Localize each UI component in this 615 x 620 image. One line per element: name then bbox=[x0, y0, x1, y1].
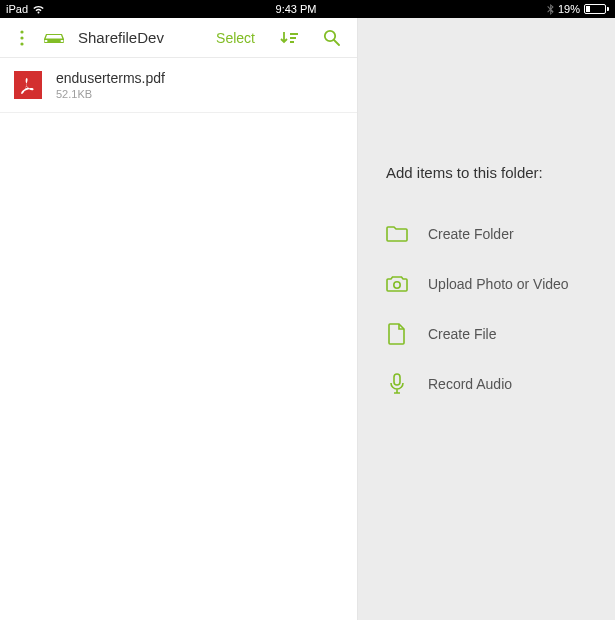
file-item[interactable]: enduserterms.pdf 52.1KB bbox=[0, 58, 357, 113]
action-label: Record Audio bbox=[428, 376, 512, 392]
file-meta: enduserterms.pdf 52.1KB bbox=[56, 70, 165, 100]
folder-title: SharefileDev bbox=[74, 29, 202, 46]
create-file-action[interactable]: Create File bbox=[358, 309, 615, 359]
pdf-icon bbox=[14, 71, 42, 99]
status-time: 9:43 PM bbox=[45, 3, 547, 15]
wifi-icon bbox=[32, 4, 45, 14]
select-button[interactable]: Select bbox=[210, 30, 261, 46]
app-body: SharefileDev Select enduserterms.pdf 52.… bbox=[0, 18, 615, 620]
svg-rect-6 bbox=[394, 374, 400, 385]
toolbar: SharefileDev Select bbox=[0, 18, 357, 58]
action-label: Create Folder bbox=[428, 226, 514, 242]
svg-line-4 bbox=[334, 40, 339, 45]
svg-point-2 bbox=[20, 42, 23, 45]
device-label: iPad bbox=[6, 3, 28, 15]
record-audio-action[interactable]: Record Audio bbox=[358, 359, 615, 409]
svg-point-5 bbox=[394, 282, 400, 288]
status-bar: iPad 9:43 PM 19% bbox=[0, 0, 615, 18]
left-pane: SharefileDev Select enduserterms.pdf 52.… bbox=[0, 18, 358, 620]
action-label: Upload Photo or Video bbox=[428, 276, 569, 292]
camera-icon bbox=[386, 273, 408, 295]
sort-icon[interactable] bbox=[277, 26, 301, 50]
create-folder-action[interactable]: Create Folder bbox=[358, 209, 615, 259]
right-pane: Add items to this folder: Create Folder … bbox=[358, 18, 615, 620]
status-right: 19% bbox=[547, 3, 609, 15]
drive-icon[interactable] bbox=[42, 26, 66, 50]
panel-title: Add items to this folder: bbox=[358, 18, 615, 209]
file-list: enduserterms.pdf 52.1KB bbox=[0, 58, 357, 620]
bluetooth-icon bbox=[547, 4, 554, 15]
actions-list: Create Folder Upload Photo or Video Crea… bbox=[358, 209, 615, 409]
mic-icon bbox=[386, 373, 408, 395]
more-menu-icon[interactable] bbox=[10, 26, 34, 50]
svg-point-1 bbox=[20, 36, 23, 39]
folder-icon bbox=[386, 223, 408, 245]
file-size: 52.1KB bbox=[56, 88, 165, 100]
search-icon[interactable] bbox=[319, 26, 343, 50]
svg-point-0 bbox=[20, 30, 23, 33]
file-name: enduserterms.pdf bbox=[56, 70, 165, 86]
upload-photo-action[interactable]: Upload Photo or Video bbox=[358, 259, 615, 309]
battery-icon bbox=[584, 4, 609, 14]
battery-percent: 19% bbox=[558, 3, 580, 15]
status-left: iPad bbox=[6, 3, 45, 15]
action-label: Create File bbox=[428, 326, 496, 342]
file-icon bbox=[386, 323, 408, 345]
